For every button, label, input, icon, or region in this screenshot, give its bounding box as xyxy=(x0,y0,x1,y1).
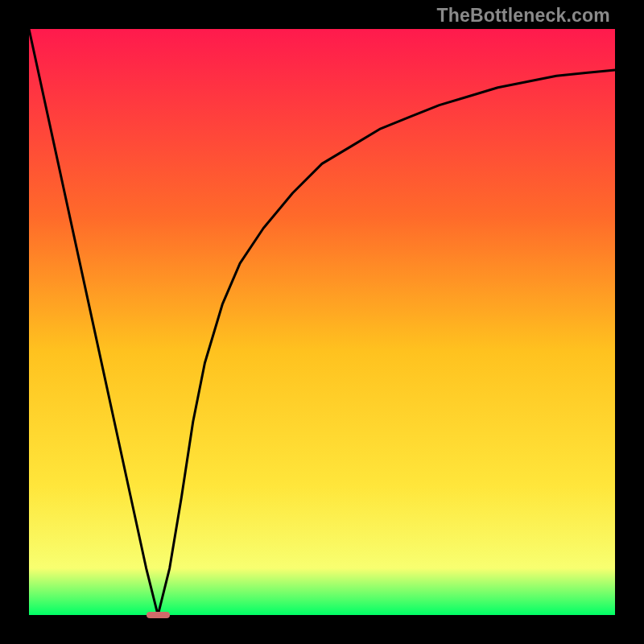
plot-area xyxy=(29,29,615,615)
bottleneck-marker xyxy=(147,612,170,619)
watermark-text: TheBottleneck.com xyxy=(436,5,610,27)
bottleneck-curve xyxy=(29,29,615,615)
chart-frame: TheBottleneck.com xyxy=(0,0,644,644)
